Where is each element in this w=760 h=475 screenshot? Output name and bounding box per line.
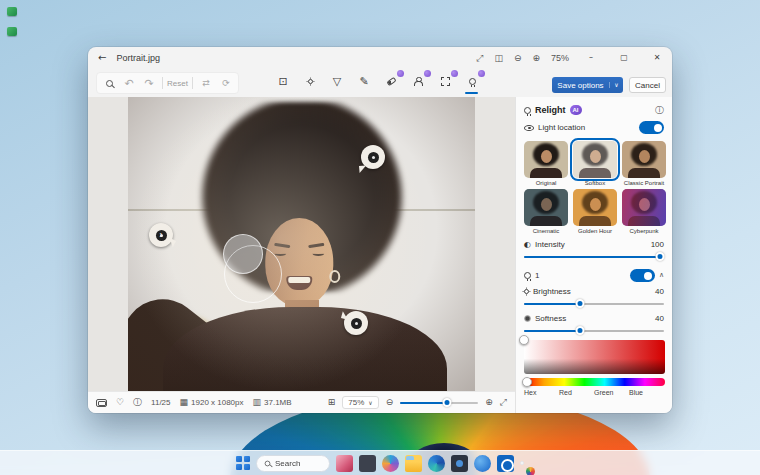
widgets-icon[interactable] xyxy=(336,455,353,472)
titlebar: ← Portrait.jpg ⤢ ◫ ⊖ ⊕ 75% – ▢ ✕ xyxy=(88,47,672,69)
zoom-select[interactable]: 75% ∨ xyxy=(342,396,378,409)
zoom-out-icon[interactable]: ⊖ xyxy=(514,54,522,63)
intensity-slider[interactable] xyxy=(524,250,664,263)
brightness-icon xyxy=(524,289,529,294)
collapse-icon[interactable]: ∧ xyxy=(659,272,664,279)
preset-cinematic[interactable]: Cinematic xyxy=(524,189,568,234)
softness-value: 40 xyxy=(655,314,664,323)
crop-tool-icon[interactable]: ⊡ xyxy=(274,72,292,90)
preset-softbox[interactable]: Softbox xyxy=(573,141,617,186)
color-picker-thumb[interactable] xyxy=(519,335,529,345)
taskbar-search[interactable]: Search xyxy=(256,455,330,472)
light-source-icon xyxy=(524,272,531,279)
back-icon[interactable]: ← xyxy=(98,53,106,63)
zoom-in-icon[interactable]: ⊕ xyxy=(485,398,493,407)
color-saturation-box[interactable] xyxy=(524,340,665,374)
window-title: Portrait.jpg xyxy=(116,53,160,63)
markup-tool-icon[interactable]: ✎ xyxy=(355,72,373,90)
reset-button[interactable]: Reset xyxy=(167,79,188,88)
intensity-label: Intensity xyxy=(535,240,565,249)
start-button[interactable] xyxy=(236,456,250,470)
softness-slider[interactable] xyxy=(524,324,664,337)
auto-frame-tool-icon[interactable] xyxy=(436,72,454,90)
erase-tool-icon[interactable] xyxy=(382,72,400,90)
save-options-dropdown-icon[interactable]: ∨ xyxy=(609,82,623,88)
photo-portrait[interactable]: 1 xyxy=(128,97,475,391)
ai-badge-dot xyxy=(397,70,404,77)
status-bar: ♡ ⓘ 11/25 ▦1920 x 1080px ▥37.1MB ⊞ 75% ∨… xyxy=(88,391,515,413)
light-location-label: Light location xyxy=(538,123,585,132)
softness-icon xyxy=(524,315,531,322)
hue-bar[interactable] xyxy=(524,378,665,386)
blue-label[interactable]: Blue xyxy=(629,389,664,396)
light-pin-3[interactable] xyxy=(344,311,368,335)
preset-grid: Original Softbox Classic Portrait Cinema… xyxy=(524,141,664,234)
preset-cyberpunk[interactable]: Cyberpunk xyxy=(622,189,666,234)
light-location-toggle[interactable] xyxy=(639,121,664,134)
compare-icon[interactable]: ◫ xyxy=(494,54,503,63)
green-label[interactable]: Green xyxy=(594,389,629,396)
zoom-in-icon[interactable]: ⊕ xyxy=(532,54,540,63)
save-options-button[interactable]: Save options ∨ xyxy=(552,77,623,93)
brightness-value: 40 xyxy=(655,287,664,296)
background-tool-icon[interactable] xyxy=(409,72,427,90)
minimize-button[interactable]: – xyxy=(580,49,602,67)
flip-icon[interactable]: ⇄ xyxy=(197,74,215,92)
ai-badge-dot xyxy=(424,70,431,77)
active-app-indicator xyxy=(520,461,524,465)
cancel-button[interactable]: Cancel xyxy=(629,77,666,93)
preset-golden-hour[interactable]: Golden Hour xyxy=(573,189,617,234)
desktop-shortcut-icon[interactable] xyxy=(7,7,17,16)
file-explorer-icon[interactable] xyxy=(405,455,422,472)
zoom-slider[interactable] xyxy=(400,398,478,408)
folder-dark-icon[interactable] xyxy=(359,455,376,472)
store-icon[interactable] xyxy=(474,455,491,472)
favorite-icon[interactable]: ♡ xyxy=(116,398,124,407)
actual-size-icon[interactable]: ⤢ xyxy=(476,54,483,63)
hex-label[interactable]: Hex xyxy=(524,389,559,396)
light-source-toggle[interactable] xyxy=(630,269,655,282)
taskbar: Search xyxy=(0,450,760,475)
filesize-icon: ▥ xyxy=(253,398,262,407)
fit-to-window-icon[interactable]: ⊞ xyxy=(328,398,336,407)
info-icon[interactable]: ⓘ xyxy=(133,398,142,407)
fullscreen-icon[interactable]: ⤢ xyxy=(500,398,507,407)
desktop-shortcut-icon[interactable] xyxy=(7,27,17,36)
editor-canvas: 1 xyxy=(88,97,515,391)
hue-picker-thumb[interactable] xyxy=(522,377,532,387)
close-button[interactable]: ✕ xyxy=(646,49,668,67)
redo-icon[interactable]: ↷ xyxy=(140,74,158,92)
copilot-icon[interactable] xyxy=(382,455,399,472)
zoom-out-icon[interactable]: ⊖ xyxy=(386,398,394,407)
preset-classic-portrait[interactable]: Classic Portrait xyxy=(622,141,666,186)
red-label[interactable]: Red xyxy=(559,389,594,396)
canvas-zoom-icon[interactable] xyxy=(100,74,118,92)
outlook-icon[interactable] xyxy=(497,455,514,472)
undo-icon[interactable]: ↶ xyxy=(120,74,138,92)
relight-panel: Relight AI ⓘ Light location Original Sof… xyxy=(515,97,672,413)
relight-tool-icon[interactable] xyxy=(463,72,481,90)
light-softness-circle[interactable] xyxy=(223,234,263,274)
ai-badge-dot xyxy=(451,70,458,77)
light-pin-2[interactable]: 1 xyxy=(149,223,173,247)
rotate-icon[interactable]: ⟳ xyxy=(217,74,235,92)
light-pin-1[interactable] xyxy=(361,145,385,169)
preset-original[interactable]: Original xyxy=(524,141,568,186)
image-filesize: 37.1MB xyxy=(264,398,292,407)
softness-label: Softness xyxy=(535,314,566,323)
panel-title: Relight xyxy=(535,105,566,115)
brightness-slider[interactable] xyxy=(524,297,664,310)
adjustment-tool-icon[interactable] xyxy=(301,72,319,90)
resolution-icon: ▦ xyxy=(180,398,189,407)
filter-tool-icon[interactable]: ▽ xyxy=(328,72,346,90)
filmstrip-icon[interactable] xyxy=(96,399,107,407)
edge-icon[interactable] xyxy=(428,455,445,472)
intensity-value: 100 xyxy=(651,240,664,249)
maximize-button[interactable]: ▢ xyxy=(613,49,635,67)
camera-app-icon[interactable] xyxy=(451,455,468,472)
chevron-down-icon: ∨ xyxy=(368,400,372,406)
zoom-level[interactable]: 75% xyxy=(551,53,569,63)
intensity-icon: ◐ xyxy=(524,241,531,249)
ai-badge-dot xyxy=(478,70,485,77)
info-icon[interactable]: ⓘ xyxy=(655,106,664,115)
